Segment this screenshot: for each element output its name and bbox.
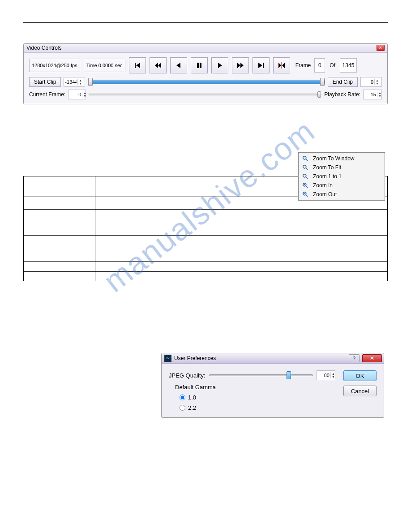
spinner-up-icon[interactable]: ▲ (377, 91, 382, 94)
playback-rate-input[interactable] (364, 91, 377, 98)
video-controls-title-text: Video Controls (26, 45, 62, 51)
spinner-down-icon[interactable]: ▼ (375, 82, 380, 85)
frame-label: Frame (295, 62, 311, 69)
step-back-button[interactable] (170, 57, 187, 73)
fast-forward-button[interactable] (232, 57, 249, 73)
magnifier-icon (302, 155, 308, 162)
zoom-1to1-item[interactable]: Zoom 1 to 1 (299, 172, 385, 181)
close-button[interactable]: ✕ (362, 354, 382, 362)
playback-position-slider[interactable] (89, 94, 321, 95)
resolution-display: 1280x1024@250 fps (29, 59, 80, 72)
pause-button[interactable] (191, 57, 208, 73)
playback-rate-label: Playback Rate: (324, 91, 360, 98)
spinner-down-icon[interactable]: ▼ (82, 94, 87, 98)
svg-point-5 (303, 174, 306, 177)
zoom-context-menu: Zoom To Window Zoom To Fit Zoom 1 to 1 Z… (298, 152, 385, 201)
svg-point-3 (303, 165, 306, 168)
svg-line-8 (306, 186, 308, 188)
zoom-to-fit-item[interactable]: Zoom To Fit (299, 163, 385, 172)
help-button[interactable]: ? (349, 354, 360, 362)
jpeg-quality-slider[interactable] (209, 374, 313, 376)
zoom-in-item[interactable]: Zoom In (299, 181, 385, 190)
spinner-up-icon[interactable]: ▲ (78, 79, 83, 82)
slider-thumb-left[interactable] (88, 78, 93, 86)
svg-point-1 (303, 156, 306, 159)
zoom-to-window-item[interactable]: Zoom To Window (299, 154, 385, 163)
table-row (24, 210, 388, 236)
menu-item-label: Zoom 1 to 1 (313, 173, 342, 180)
video-controls-titlebar: Video Controls ✕ (24, 44, 387, 52)
end-clip-spinner[interactable]: ▲▼ (360, 77, 382, 87)
svg-rect-0 (281, 62, 282, 69)
svg-line-2 (306, 159, 308, 161)
total-frames-value: 1345 (340, 58, 357, 73)
frame-value: 0 (314, 58, 325, 73)
jpeg-quality-input[interactable] (317, 372, 330, 379)
spinner-up-icon[interactable]: ▲ (331, 372, 336, 375)
gamma-option-1[interactable]: 1.0 (180, 394, 335, 401)
svg-line-12 (306, 195, 308, 197)
gamma-radio-1[interactable] (180, 395, 185, 400)
slider-thumb[interactable] (317, 91, 321, 98)
app-icon: iV (164, 355, 171, 362)
current-frame-input[interactable] (68, 91, 82, 98)
table-row (24, 236, 388, 262)
user-prefs-title-text: User Preferences (174, 355, 346, 361)
spinner-down-icon[interactable]: ▼ (78, 82, 83, 85)
default-gamma-label: Default Gamma (175, 384, 335, 390)
menu-item-label: Zoom To Window (313, 155, 354, 162)
play-button[interactable] (211, 57, 228, 73)
user-preferences-dialog: iV User Preferences ? ✕ JPEG Quality: ▲▼… (161, 353, 384, 418)
slider-thumb-right[interactable] (320, 78, 325, 86)
skip-to-end-button[interactable] (253, 57, 270, 73)
spinner-down-icon[interactable]: ▼ (331, 375, 336, 378)
close-icon[interactable]: ✕ (377, 45, 385, 51)
menu-item-label: Zoom To Fit (313, 164, 341, 171)
playback-rate-spinner[interactable]: ▲▼ (363, 90, 382, 99)
spinner-up-icon[interactable]: ▲ (375, 79, 380, 82)
time-display: Time 0.0000 sec (84, 59, 125, 72)
gamma-radio-2[interactable] (180, 405, 185, 411)
of-label: Of (329, 59, 336, 72)
svg-line-4 (306, 168, 308, 170)
radio-label: 2.2 (188, 404, 196, 411)
spinner-down-icon[interactable]: ▼ (377, 94, 382, 98)
end-clip-button[interactable]: End Clip (328, 77, 358, 87)
set-marker-button[interactable] (273, 57, 290, 73)
spinner-up-icon[interactable]: ▲ (82, 91, 87, 94)
end-clip-input[interactable] (361, 78, 374, 86)
zoom-out-item[interactable]: Zoom Out (299, 190, 385, 199)
cancel-button[interactable]: Cancel (343, 386, 377, 396)
menu-item-label: Zoom Out (313, 191, 337, 197)
slider-thumb[interactable] (287, 371, 291, 379)
jpeg-quality-label: JPEG Quality: (169, 372, 206, 379)
gamma-option-2[interactable]: 2.2 (180, 404, 335, 411)
jpeg-quality-spinner[interactable]: ▲▼ (317, 370, 335, 380)
magnifier-icon (302, 164, 308, 171)
magnifier-minus-icon (302, 191, 308, 197)
skip-to-start-button[interactable] (129, 57, 146, 73)
start-clip-spinner[interactable]: ▲▼ (64, 77, 85, 87)
ok-button[interactable]: OK (343, 370, 377, 381)
menu-item-label: Zoom In (313, 182, 333, 189)
radio-label: 1.0 (188, 394, 196, 401)
clip-range-slider[interactable] (88, 80, 325, 84)
fast-rewind-button[interactable] (150, 57, 167, 73)
current-frame-label: Current Frame: (29, 91, 65, 98)
magnifier-icon (302, 173, 308, 180)
magnifier-plus-icon (302, 182, 308, 189)
start-clip-input[interactable] (64, 78, 77, 86)
current-frame-spinner[interactable]: ▲▼ (68, 90, 86, 99)
start-clip-button[interactable]: Start Clip (29, 77, 61, 87)
user-prefs-titlebar: iV User Preferences ? ✕ (162, 353, 384, 364)
video-controls-window: Video Controls ✕ 1280x1024@250 fps Time … (23, 43, 388, 104)
svg-line-6 (306, 177, 308, 179)
